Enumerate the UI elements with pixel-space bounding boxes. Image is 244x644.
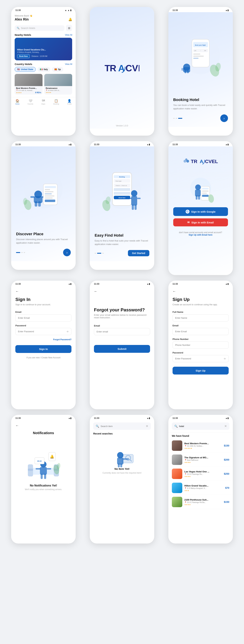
result-item-3[interactable]: Las Vegas Hotel One ... 📍 211 E Flamingo…	[168, 467, 233, 481]
featured-hotel-card[interactable]: Hilton Grand Vacations Clu... Jl Wahyu A…	[15, 38, 72, 60]
notif-back-arrow[interactable]: ←	[15, 424, 71, 428]
icons-signup: ▲▮	[225, 283, 229, 285]
hotel-grid: Best Western Premie... 📍 6 E 30th St, No…	[11, 74, 76, 96]
dot-2	[176, 118, 177, 119]
book-now-button[interactable]: Book Now	[17, 54, 30, 58]
nav-favorite[interactable]: 🤍 Favorite	[28, 99, 33, 105]
no-account-text: don't have social accounts and email acc…	[179, 231, 222, 234]
svg-rect-78	[28, 469, 33, 471]
forgot-email-input[interactable]	[94, 328, 150, 335]
svg-rect-35	[45, 200, 55, 202]
hotel-mini-card-1[interactable]: Best Western Premie... 📍 6 E 30th St, No…	[15, 74, 43, 94]
result-item-1[interactable]: Best Western Premie... 📍 6 E 30th St, No…	[168, 439, 233, 453]
status-bar-forgot: 11:33 ▲▮	[90, 280, 154, 286]
results-close-icon[interactable]: ✕	[224, 424, 227, 428]
hotel-mini-img-1	[15, 74, 43, 86]
forgot-email-label: Email	[94, 324, 150, 327]
nearby-view-all[interactable]: View All	[65, 34, 72, 36]
svg-text:Room type: Room type	[115, 180, 121, 182]
svg-rect-66	[195, 190, 201, 196]
country-chip-sp[interactable]: 🇪🇸 Sp	[52, 67, 63, 72]
it-label: Italy	[44, 68, 48, 70]
country-chip-us[interactable]: 🇺🇸 United State	[15, 67, 36, 72]
featured-hotel-address: Jl Wahyu Anugrah, Kemang...	[17, 51, 47, 53]
email-input[interactable]	[15, 314, 71, 322]
nav-profile[interactable]: 👤 Profile	[67, 99, 72, 105]
hotel-mini-img-2	[44, 74, 72, 86]
battery-icon: ▮	[70, 9, 71, 12]
hotel-stars-2: ★★★★	[46, 92, 51, 93]
get-started-button[interactable]: Get Started	[128, 250, 149, 256]
svg-rect-81	[40, 467, 47, 475]
nav-booking[interactable]: 📋 Booking	[53, 99, 59, 105]
password-row: 👁	[15, 328, 71, 335]
signin-back-arrow[interactable]: ←	[15, 289, 71, 293]
onboard-booking-dots	[173, 118, 182, 119]
nav-maps[interactable]: 🗺 Maps	[42, 99, 45, 105]
result-item-5[interactable]: 2100 Penthouse Suit... 📍 211 E Flamingo …	[168, 495, 233, 509]
signin-submit-button[interactable]: Sign In	[15, 345, 71, 353]
country-view-all[interactable]: View All	[65, 63, 72, 65]
result-stars-2: ★★★★	[184, 462, 222, 463]
hotel-stars-1: ★★★★	[16, 92, 22, 94]
screen-signin-options: 11:33 ▲▮ TR A CVEL	[164, 141, 237, 275]
signup-password-input[interactable]	[173, 355, 229, 362]
forgot-back-arrow[interactable]: ←	[94, 289, 150, 293]
forgot-link[interactable]: Forgot Password?	[53, 338, 71, 341]
signup-email-input[interactable]	[173, 328, 229, 335]
results-search-area[interactable]: 🔍 ✕	[172, 422, 229, 430]
result-item-4[interactable]: Hilton Grand Vacatio... 📍 Jl JI Wahyu An…	[168, 481, 233, 495]
forgot-submit-button[interactable]: Submit	[94, 345, 150, 353]
nav-home-label: Home	[15, 103, 20, 105]
search-close-icon[interactable]: ✕	[146, 424, 148, 428]
forgot-form-content: ← Forgot your Password? Enter your email…	[90, 286, 154, 356]
svg-text:Booking: Booking	[119, 176, 125, 178]
booking-illus-svg: Book your flight LAX → JTK	[178, 32, 223, 78]
country-chip-it[interactable]: 🇮🇹 Italy	[38, 67, 50, 72]
svg-rect-71	[202, 190, 209, 192]
nearby-section-header: Nearby Hotels View All	[11, 34, 76, 38]
svg-rect-17	[187, 70, 189, 73]
greeting-text: Welcome Back! 👋	[15, 14, 72, 17]
status-bar-discover: 11:33 ▲▮	[11, 141, 76, 146]
location-icon-2: 📍	[46, 90, 48, 91]
password-input[interactable]	[15, 328, 71, 335]
nav-home[interactable]: 🏠 Home	[15, 99, 20, 105]
signup-submit-button[interactable]: Sign Up	[173, 367, 229, 374]
discover-illus-svg	[21, 166, 66, 212]
signin-email-button[interactable]: ✉ Sign In with Email	[173, 218, 228, 226]
signin-google-button[interactable]: G Sign In with Google	[173, 207, 228, 216]
signup-back-arrow[interactable]: ←	[173, 289, 229, 293]
icons-results: ▲▮	[225, 417, 229, 419]
signin-footer: don't have social accounts and email acc…	[168, 226, 233, 241]
phone-input[interactable]	[173, 342, 229, 348]
svg-rect-30	[45, 189, 50, 190]
result-item-2[interactable]: The Signature at MG... 📍 East Halfmoon ★…	[168, 453, 233, 467]
loc-icon-r3: 📍	[184, 473, 186, 475]
sign-up-link[interactable]: Sign Up with Email here	[189, 234, 212, 236]
fullname-input[interactable]	[173, 314, 229, 322]
svg-text:Book your flight: Book your flight	[195, 44, 206, 46]
status-icons: ▲ ▲ ▮	[65, 9, 72, 12]
recent-searches-title: Recent searches	[90, 432, 154, 438]
loc-icon-r1: 📍	[184, 445, 186, 447]
next-button-ob1[interactable]: ›	[220, 114, 228, 122]
hotel-mini-card-2[interactable]: Renaissance 📍 W West 25th St... ★★★★	[44, 74, 72, 94]
search-box[interactable]: 🔍 Search Hotels	[15, 26, 64, 31]
svg-rect-32	[45, 193, 52, 194]
email-icon: ✉	[187, 221, 190, 224]
icons-forgot: ▲▮	[147, 283, 150, 285]
screen-easy-find: 11:33 ▲▮ Booking Room type Chec	[86, 141, 159, 275]
svg-text:09:20: 09:20	[37, 460, 42, 462]
signup-eye-icon[interactable]: 👁	[224, 357, 226, 360]
next-button-discover[interactable]: ›	[63, 249, 71, 256]
icons-sio: ▲▮	[225, 143, 229, 146]
screen-signup: 11:33 ▲▮ ← Sign Up Create an account to …	[164, 280, 237, 409]
search-input-field[interactable]	[100, 425, 144, 428]
results-search-input[interactable]	[179, 425, 223, 428]
easy-find-content: Easy Find Hotel Easy to find a hotel tha…	[90, 233, 154, 261]
filter-button[interactable]: ⊞	[66, 25, 72, 31]
eye-icon[interactable]: 👁	[66, 330, 69, 333]
forgot-row: Forgot Password?	[15, 338, 71, 341]
search-input-area[interactable]: 🔍 ✕	[93, 422, 151, 430]
